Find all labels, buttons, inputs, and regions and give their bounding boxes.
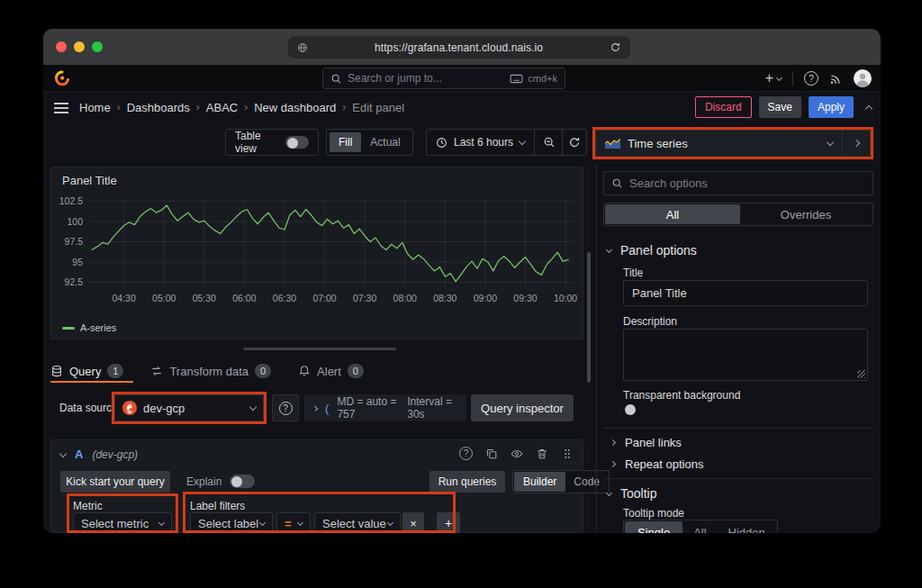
label-filter-value-select[interactable]: Select value (314, 512, 401, 533)
tab-query[interactable]: Query 1 (50, 364, 123, 378)
actual-option[interactable]: Actual (361, 136, 409, 149)
add-menu-button[interactable]: + (765, 71, 782, 86)
tab-transform[interactable]: Transform data 0 (150, 364, 271, 378)
title-field-input[interactable] (623, 280, 868, 306)
close-window-button[interactable] (56, 41, 67, 52)
breadcrumb-separator: › (342, 101, 346, 113)
svg-text:06:00: 06:00 (232, 293, 256, 303)
run-queries-button[interactable]: Run queries (429, 471, 505, 493)
tooltip-single-option[interactable]: Single (625, 521, 682, 533)
panel-links-section-header[interactable]: Panel links (610, 436, 682, 449)
drag-handle-icon[interactable] (561, 448, 574, 460)
breadcrumb-abac[interactable]: ABAC (206, 101, 238, 114)
apply-button[interactable]: Apply (809, 96, 854, 118)
chevron-down-icon (519, 138, 526, 145)
add-filter-button[interactable]: + (437, 512, 460, 533)
menu-toggle-icon[interactable] (54, 100, 68, 116)
kick-start-query-button[interactable]: Kick start your query (60, 471, 170, 493)
datasource-label: Data source (59, 402, 118, 414)
tab-alert[interactable]: Alert 0 (298, 364, 364, 378)
help-icon: ? (464, 448, 469, 458)
zoom-out-button[interactable] (535, 136, 564, 149)
label-filter-name-select[interactable]: Select label (190, 512, 273, 533)
table-view-toggle[interactable] (285, 136, 309, 149)
breadcrumb-home[interactable]: Home (79, 101, 111, 114)
panel-options-section-header[interactable]: Panel options (607, 243, 697, 258)
datasource-picker[interactable]: dev-gcp (114, 394, 264, 421)
panel-title[interactable]: Panel Title (62, 174, 117, 187)
time-range-picker[interactable]: Last 6 hours (427, 136, 534, 149)
tab-alert-label: Alert (317, 365, 341, 378)
visualization-label: Time series (628, 137, 820, 150)
interval: Interval = 30s (407, 395, 457, 421)
description-field-textarea[interactable] (623, 329, 868, 381)
minimize-window-button[interactable] (74, 41, 85, 52)
label-filters-label: Label filters (190, 500, 245, 512)
hide-query-icon[interactable] (511, 448, 523, 460)
visualization-picker: Time series (595, 130, 871, 157)
query-help-icon[interactable]: ? (459, 447, 473, 460)
tab-all[interactable]: All (605, 204, 740, 224)
table-view-label: Table view (235, 130, 285, 155)
svg-text:07:30: 07:30 (353, 293, 376, 303)
news-icon[interactable] (829, 72, 843, 86)
options-search[interactable]: Search options (603, 171, 873, 195)
global-search[interactable]: Search or jump to... cmd+k (322, 68, 565, 89)
tooltip-all-option[interactable]: All (682, 526, 717, 534)
discard-button[interactable]: Discard (695, 96, 752, 118)
svg-text:08:00: 08:00 (393, 293, 417, 303)
query-inspector-button[interactable]: Query inspector (471, 394, 574, 421)
label-filter-operator-select[interactable]: = (276, 512, 311, 533)
collapse-query-icon[interactable] (59, 449, 67, 457)
refresh-button[interactable] (562, 129, 587, 156)
resize-corner-icon[interactable] (857, 370, 865, 378)
chart-legend[interactable]: A-series (62, 322, 116, 333)
datasource-help-button[interactable]: ? (272, 394, 299, 421)
save-button[interactable]: Save (759, 96, 801, 118)
help-button[interactable]: ? (804, 71, 818, 86)
svg-text:04:30: 04:30 (113, 293, 136, 303)
reload-icon[interactable] (610, 41, 621, 53)
transparent-background-label: Transparent background (623, 389, 740, 402)
duplicate-query-icon[interactable] (485, 448, 498, 460)
globe-icon (297, 42, 308, 53)
grafana-logo[interactable] (54, 70, 70, 86)
svg-text:08:30: 08:30 (433, 293, 456, 303)
visualization-select[interactable]: Time series (596, 137, 842, 150)
section-divider (603, 428, 873, 429)
tab-transform-label: Transform data (169, 365, 249, 378)
fill-option[interactable]: Fill (330, 132, 361, 152)
zoom-window-button[interactable] (92, 41, 103, 52)
breadcrumb-new-dashboard[interactable]: New dashboard (254, 101, 336, 114)
prometheus-icon (122, 401, 137, 415)
collapse-header-icon[interactable] (865, 104, 872, 112)
operator-value: = (285, 517, 292, 530)
metric-select[interactable]: Select metric (73, 512, 172, 533)
pane-resize-handle[interactable] (243, 348, 396, 350)
builder-option[interactable]: Builder (514, 472, 565, 492)
bell-icon (298, 365, 311, 377)
main-scrollbar[interactable] (587, 252, 591, 383)
remove-filter-button[interactable]: × (402, 512, 424, 533)
query-options-summary[interactable]: ( MD = auto = 757 Interval = 30s (304, 394, 466, 421)
svg-text:09:30: 09:30 (513, 293, 537, 303)
description-field-label: Description (623, 315, 677, 328)
code-option[interactable]: Code (565, 475, 608, 488)
label-placeholder: Select label (198, 517, 258, 530)
user-avatar[interactable] (854, 69, 872, 87)
delete-query-icon[interactable] (536, 448, 548, 460)
chevron-down-icon (776, 74, 782, 80)
query-ref[interactable]: A (75, 448, 83, 461)
tab-overrides[interactable]: Overrides (740, 208, 872, 222)
svg-text:07:00: 07:00 (312, 293, 336, 303)
explain-toggle[interactable] (230, 475, 255, 488)
breadcrumb-dashboards[interactable]: Dashboards (127, 101, 190, 114)
repeat-options-section-header[interactable]: Repeat options (610, 457, 703, 471)
header-divider (792, 71, 793, 86)
browser-window: https://grafana.tenant.cloud.nais.io Sea… (43, 29, 881, 533)
tooltip-hidden-option[interactable]: Hidden (718, 526, 776, 534)
tooltip-section-header[interactable]: Tooltip (607, 486, 656, 501)
toggle-viz-pane-button[interactable] (843, 140, 870, 146)
address-bar[interactable]: https://grafana.tenant.cloud.nais.io (288, 36, 630, 59)
query-editor-card: A (dev-gcp) ? (50, 439, 583, 533)
